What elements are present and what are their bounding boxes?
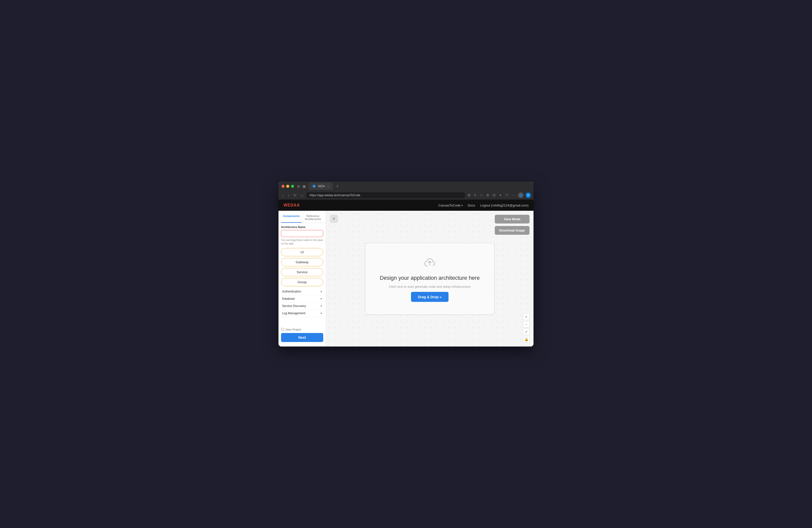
sidebar-footer: Save Project Next xyxy=(278,325,326,344)
chevron-down-icon: ▼ xyxy=(320,291,322,293)
toolbar-icons: ⊞ A ☆ ⚙ ⊟ ✦ 🛡 ⋯ 👤 B xyxy=(467,192,531,198)
expand-service-discovery[interactable]: Service Discovery ▼ xyxy=(281,303,323,310)
docs-nav[interactable]: Docs xyxy=(468,204,475,207)
sidebar-tabs: Components Reference Architectures xyxy=(278,211,326,223)
main-content: Components Reference Architectures Archi… xyxy=(278,211,534,347)
font-icon[interactable]: A xyxy=(473,192,477,198)
close-button[interactable]: × xyxy=(330,215,338,223)
shield-icon[interactable]: 🛡 xyxy=(505,192,509,198)
save-project-label[interactable]: Save Project xyxy=(281,328,323,331)
sidebar-toggle-icon[interactable]: ⊞ xyxy=(297,184,300,188)
drag-hint: You can drag these nodes to the pane on … xyxy=(281,238,323,246)
chevron-down-icon: ▾ xyxy=(462,204,463,207)
download-image-button[interactable]: Download Image xyxy=(495,226,530,235)
fit-view-btn[interactable]: ⤢ xyxy=(523,328,530,335)
refresh-btn[interactable]: ↻ xyxy=(292,193,298,198)
component-ui[interactable]: UI xyxy=(281,248,323,256)
expand-database[interactable]: Database ▼ xyxy=(281,295,323,303)
extension-icon[interactable]: ⚙ xyxy=(485,192,490,198)
browser-window: ⊞ ▣ 🔷 WDA ✕ + ‹ › ↻ ⌂ ⊞ A ☆ ⚙ ⊟ ✦ 🛡 ⋯ 👤 xyxy=(278,181,534,347)
expand-log-management[interactable]: Log Management ▼ xyxy=(281,310,323,317)
back-btn[interactable]: ‹ xyxy=(281,193,285,198)
browser-tab-wda[interactable]: 🔷 WDA ✕ xyxy=(309,182,333,190)
app-header: WEDAA CanvasToCode ▾ Docs Logout (rohith… xyxy=(278,200,534,211)
drop-zone-title: Design your application architecture her… xyxy=(380,275,480,281)
title-bar: ⊞ ▣ 🔷 WDA ✕ + xyxy=(278,181,534,191)
star-icon[interactable]: ✦ xyxy=(498,192,503,198)
app-nav: CanvasToCode ▾ Docs Logout (rohithg2124@… xyxy=(438,204,528,207)
bookmark-icon[interactable]: ☆ xyxy=(479,192,483,198)
grid-icon[interactable]: ⊞ xyxy=(467,192,471,198)
user-avatar[interactable]: 👤 xyxy=(518,192,523,198)
tab-bar: 🔷 WDA ✕ + xyxy=(309,182,531,190)
layout-icon[interactable]: ▣ xyxy=(303,184,306,188)
arch-name-input[interactable] xyxy=(281,230,323,237)
chevron-down-icon: ▼ xyxy=(320,312,322,314)
address-input[interactable] xyxy=(306,192,465,198)
app-logo: WEDAA xyxy=(284,203,300,207)
settings-icon[interactable]: ⋯ xyxy=(511,192,516,198)
forward-btn[interactable]: › xyxy=(287,193,290,198)
upload-icon xyxy=(423,255,437,271)
expand-authentication[interactable]: Authentication ▼ xyxy=(281,288,323,295)
tab-reference-architectures[interactable]: Reference Architectures xyxy=(303,213,323,223)
drag-drop-button[interactable]: Drag & Drop » xyxy=(411,292,449,302)
chevron-down-icon: ▼ xyxy=(320,298,322,300)
home-btn[interactable]: ⌂ xyxy=(300,193,304,198)
drop-zone-subtitle: Click next to auto generate code and set… xyxy=(389,284,471,288)
new-tab-btn[interactable]: + xyxy=(334,183,340,190)
zoom-controls: + − ⤢ 🔒 xyxy=(523,313,530,342)
chevron-down-icon: ▼ xyxy=(320,305,322,307)
maximize-window-btn[interactable] xyxy=(291,185,294,188)
tab-label: WDA xyxy=(318,185,325,188)
title-bar-extra-icons: ⊞ ▣ xyxy=(297,184,306,188)
canvas-to-code-nav[interactable]: CanvasToCode ▾ xyxy=(438,204,463,207)
zoom-in-btn[interactable]: + xyxy=(523,313,530,320)
sidebar-body: Architecture Name You can drag these nod… xyxy=(278,223,326,325)
view-mode-button[interactable]: View Mode xyxy=(495,215,530,223)
component-gateway[interactable]: Gateway xyxy=(281,258,323,266)
component-group[interactable]: Group xyxy=(281,278,323,286)
zoom-out-btn[interactable]: − xyxy=(523,321,530,327)
minimize-window-btn[interactable] xyxy=(286,185,289,188)
save-project-checkbox[interactable] xyxy=(281,328,284,331)
split-view-icon[interactable]: ⊟ xyxy=(492,192,496,198)
address-bar: ‹ › ↻ ⌂ ⊞ A ☆ ⚙ ⊟ ✦ 🛡 ⋯ 👤 B xyxy=(278,191,534,200)
component-service[interactable]: Service xyxy=(281,268,323,276)
arch-name-label: Architecture Name xyxy=(281,225,323,229)
close-window-btn[interactable] xyxy=(281,185,285,188)
lock-btn[interactable]: 🔒 xyxy=(523,336,530,342)
logo-daa: DAA xyxy=(290,203,300,207)
logo-we: WE xyxy=(284,203,290,207)
tab-close-btn[interactable]: ✕ xyxy=(327,185,329,188)
canvas-area: × View Mode Download Image Design your a… xyxy=(326,211,534,347)
next-button[interactable]: Next xyxy=(281,333,323,342)
drop-zone: Design your application architecture her… xyxy=(365,243,495,315)
tab-favicon: 🔷 xyxy=(312,185,316,188)
sidebar: Components Reference Architectures Archi… xyxy=(278,211,326,347)
edge-icon: B xyxy=(525,192,531,198)
logout-nav[interactable]: Logout (rohithg2124@gmail.com) xyxy=(480,204,528,207)
tab-components[interactable]: Components xyxy=(281,213,302,223)
canvas-top-right: View Mode Download Image xyxy=(495,215,530,235)
traffic-lights xyxy=(281,185,294,188)
